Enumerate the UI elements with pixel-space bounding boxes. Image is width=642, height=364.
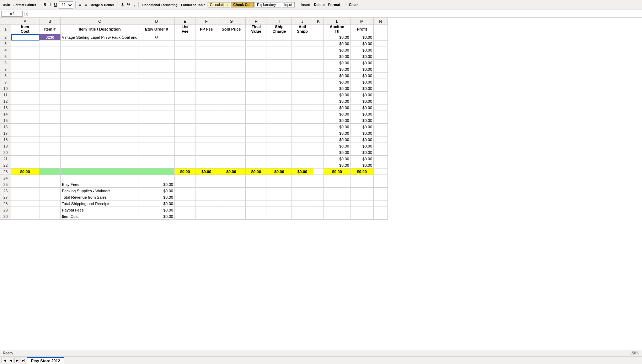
cell-I8[interactable] <box>267 73 292 79</box>
cell-C21[interactable] <box>61 156 139 162</box>
cell-K8[interactable] <box>313 73 324 79</box>
cell-C5[interactable] <box>61 53 139 60</box>
col-header-A[interactable]: A <box>11 18 39 25</box>
cell-N13[interactable] <box>374 105 388 111</box>
cell-B6[interactable] <box>39 60 61 66</box>
cell-A4[interactable] <box>11 47 39 53</box>
cell-A19[interactable] <box>11 143 39 149</box>
cell-I21[interactable] <box>267 156 292 162</box>
cell-N12[interactable] <box>374 98 388 105</box>
cell-N7[interactable] <box>374 66 388 73</box>
cell-D9[interactable] <box>139 79 175 85</box>
cell-K7[interactable] <box>313 66 324 73</box>
cell-24-1[interactable] <box>39 175 61 181</box>
cell-24-8[interactable] <box>267 175 292 181</box>
cell-B15[interactable] <box>39 117 61 124</box>
cell-N21[interactable] <box>374 156 388 162</box>
cell-B19[interactable] <box>39 143 61 149</box>
format-button[interactable]: Format <box>327 2 342 7</box>
cell-G19[interactable] <box>217 143 246 149</box>
cell-L17[interactable]: $0.00 <box>324 130 351 136</box>
tab-nav-first[interactable]: |◀ <box>1 358 7 363</box>
underline-button[interactable]: U <box>53 2 58 7</box>
cell-E16[interactable] <box>175 124 196 130</box>
align-center-button[interactable]: ≡ <box>84 2 89 7</box>
cell-B14[interactable] <box>39 111 61 117</box>
cell-I11[interactable] <box>267 92 292 98</box>
cell-F3[interactable] <box>196 41 217 47</box>
cell-K9[interactable] <box>313 79 324 85</box>
cell-F20[interactable] <box>196 149 217 156</box>
header-item-title[interactable]: Item Title / Description <box>61 25 139 34</box>
cell-E13[interactable] <box>175 105 196 111</box>
cell-M2[interactable]: $0.00 <box>351 34 374 41</box>
cell-M18[interactable]: $0.00 <box>351 136 374 143</box>
col-header-I[interactable]: I <box>267 18 292 25</box>
cell-C11[interactable] <box>61 92 139 98</box>
cell-D18[interactable] <box>139 136 175 143</box>
cell-L11[interactable]: $0.00 <box>324 92 351 98</box>
cell-I14[interactable] <box>267 111 292 117</box>
cell-I15[interactable] <box>267 117 292 124</box>
sheet-tab-etsy[interactable]: Etsy Store 2012 <box>27 357 64 364</box>
cell-24-6[interactable] <box>217 175 246 181</box>
italic-button[interactable]: I <box>48 2 52 7</box>
cell-C13[interactable] <box>61 105 139 111</box>
cell-M19[interactable]: $0.00 <box>351 143 374 149</box>
total-cell-K[interactable] <box>313 168 324 175</box>
total-cell-F[interactable]: $0.00 <box>196 168 217 175</box>
cell-B13[interactable] <box>39 105 61 111</box>
cell-K15[interactable] <box>313 117 324 124</box>
cell-N18[interactable] <box>374 136 388 143</box>
cell-B7[interactable] <box>39 66 61 73</box>
cell-M9[interactable]: $0.00 <box>351 79 374 85</box>
cell-L18[interactable]: $0.00 <box>324 136 351 143</box>
dollar-button[interactable]: $ <box>120 2 125 7</box>
cell-A15[interactable] <box>11 117 39 124</box>
cell-C8[interactable] <box>61 73 139 79</box>
cell-C2[interactable]: Vintage Sterling Lapel Pin w Faux Opal a… <box>61 34 139 41</box>
check-style-chip[interactable]: Check Cell <box>231 2 254 7</box>
cell-24-13[interactable] <box>374 175 388 181</box>
cell-F5[interactable] <box>196 53 217 60</box>
cell-A11[interactable] <box>11 92 39 98</box>
cell-A20[interactable] <box>11 149 39 156</box>
cell-M10[interactable]: $0.00 <box>351 85 374 92</box>
cell-B8[interactable] <box>39 73 61 79</box>
total-cell-J[interactable]: $0.00 <box>292 168 313 175</box>
header-auction-ttl[interactable]: AucitonTtl <box>324 25 351 34</box>
total-cell-M[interactable]: $0.00 <box>351 168 374 175</box>
cell-M22[interactable]: $0.00 <box>351 162 374 168</box>
cell-G13[interactable] <box>217 105 246 111</box>
cell-D3[interactable] <box>139 41 175 47</box>
cell-D7[interactable] <box>139 66 175 73</box>
col-header-G[interactable]: G <box>217 18 246 25</box>
cell-E21[interactable] <box>175 156 196 162</box>
cell-D13[interactable] <box>139 105 175 111</box>
cell-B21[interactable] <box>39 156 61 162</box>
cell-G7[interactable] <box>217 66 246 73</box>
cell-J15[interactable] <box>292 117 313 124</box>
total-cell-D[interactable] <box>139 168 175 175</box>
tab-nav-last[interactable]: ▶| <box>21 358 26 363</box>
header-sold-price[interactable]: Sold Price <box>217 25 246 34</box>
merge-center-button[interactable]: Merge & Center <box>89 2 116 7</box>
cell-K3[interactable] <box>313 41 324 47</box>
cell-F13[interactable] <box>196 105 217 111</box>
tab-nav-next[interactable]: ▶ <box>14 358 20 363</box>
cell-K19[interactable] <box>313 143 324 149</box>
cell-E19[interactable] <box>175 143 196 149</box>
cell-E17[interactable] <box>175 130 196 136</box>
cell-I19[interactable] <box>267 143 292 149</box>
cell-L15[interactable]: $0.00 <box>324 117 351 124</box>
cell-J19[interactable] <box>292 143 313 149</box>
cell-M13[interactable]: $0.00 <box>351 105 374 111</box>
cell-N19[interactable] <box>374 143 388 149</box>
cell-E22[interactable] <box>175 162 196 168</box>
cell-H2[interactable] <box>246 34 267 41</box>
cell-D15[interactable] <box>139 117 175 124</box>
cell-D10[interactable] <box>139 85 175 92</box>
header-list-fee[interactable]: ListFee <box>175 25 196 34</box>
cell-D20[interactable] <box>139 149 175 156</box>
cell-A3[interactable] <box>11 41 39 47</box>
